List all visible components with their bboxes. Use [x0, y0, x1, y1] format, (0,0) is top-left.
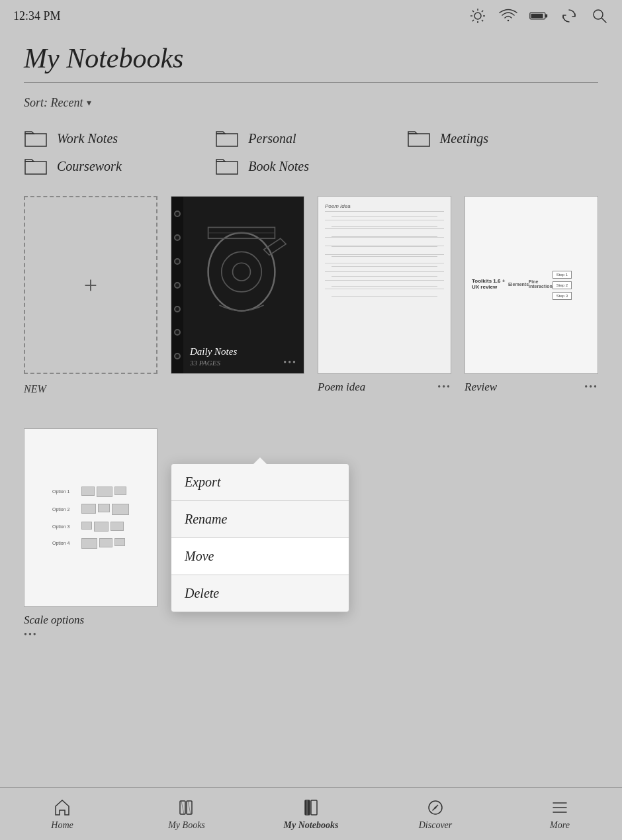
nav-my-notebooks-label: My Notebooks — [284, 820, 339, 831]
sort-bar[interactable]: Sort: Recent ▾ — [24, 96, 598, 110]
daily-notes-pages: 33 PAGES — [190, 359, 220, 367]
folder-coursework[interactable]: Coursework — [24, 156, 215, 176]
svg-point-27 — [435, 806, 437, 808]
daily-notes-card[interactable]: Daily Notes 33 PAGES ••• — [171, 196, 304, 395]
folders-grid: Work Notes Personal Meetings Coursework — [24, 128, 598, 176]
svg-line-8 — [472, 20, 474, 21]
notebooks-row-1: + NEW — [24, 196, 598, 395]
review-thumbnail: Toolkits 1.6 + UX review Elements Fine i… — [465, 196, 598, 374]
svg-rect-11 — [531, 14, 543, 19]
nav-more-label: More — [550, 820, 570, 831]
title-divider — [24, 82, 598, 83]
scale-options-thumbnail: Option 1 Option 2 — [24, 428, 157, 606]
context-menu-arrow — [253, 457, 267, 464]
sort-chevron-icon: ▾ — [87, 97, 91, 109]
nav-discover-label: Discover — [419, 820, 453, 831]
folder-name-personal: Personal — [248, 131, 296, 146]
folder-work-notes[interactable]: Work Notes — [24, 128, 215, 148]
nav-home[interactable]: Home — [0, 798, 124, 831]
folder-icon — [215, 156, 239, 176]
daily-notes-thumbnail: Daily Notes 33 PAGES ••• — [171, 196, 304, 374]
folder-icon — [407, 128, 431, 148]
brightness-icon — [468, 7, 487, 25]
nav-my-books[interactable]: My Books — [124, 798, 249, 831]
poem-idea-thumbnail: Poem Idea — [318, 196, 451, 374]
home-icon — [52, 798, 72, 817]
search-icon[interactable] — [590, 7, 609, 25]
review-title: Review — [465, 381, 497, 394]
nav-home-label: Home — [51, 820, 73, 831]
svg-line-7 — [482, 11, 483, 12]
folder-icon — [215, 128, 239, 148]
folder-icon — [24, 128, 48, 148]
folder-name-coursework: Coursework — [57, 159, 122, 174]
context-menu-export[interactable]: Export — [171, 464, 349, 501]
sync-icon — [560, 7, 578, 25]
status-icons — [468, 7, 609, 25]
svg-line-22 — [188, 801, 191, 814]
folder-name-work-notes: Work Notes — [57, 131, 118, 146]
context-menu-move[interactable]: Move — [171, 538, 349, 575]
wifi-icon — [499, 7, 517, 25]
svg-rect-10 — [545, 15, 547, 18]
daily-notes-dots-menu[interactable]: ••• — [283, 357, 297, 368]
page-title: My Notebooks — [24, 32, 598, 82]
svg-point-12 — [594, 10, 603, 19]
svg-line-6 — [482, 20, 483, 21]
svg-line-13 — [602, 19, 607, 23]
context-menu: Export Rename Move Delete — [171, 463, 349, 612]
svg-line-21 — [181, 801, 184, 814]
new-notebook-label: NEW — [24, 383, 157, 395]
folder-name-meetings: Meetings — [440, 131, 488, 146]
review-card[interactable]: Toolkits 1.6 + UX review Elements Fine i… — [465, 196, 598, 395]
new-notebook-thumbnail: + — [24, 196, 157, 374]
nav-more[interactable]: More — [498, 798, 622, 831]
folder-name-book-notes: Book Notes — [248, 159, 309, 174]
notebooks-grid-1: + NEW — [24, 196, 598, 395]
svg-point-16 — [233, 263, 251, 281]
folder-icon — [24, 156, 48, 176]
discover-icon — [425, 798, 445, 817]
context-menu-delete[interactable]: Delete — [171, 575, 349, 612]
nav-my-notebooks[interactable]: My Notebooks — [249, 798, 373, 831]
context-menu-rename[interactable]: Rename — [171, 501, 349, 538]
review-dots-menu[interactable]: ••• — [584, 382, 598, 393]
poem-idea-title: Poem idea — [318, 381, 365, 394]
nav-discover[interactable]: Discover — [373, 798, 498, 831]
svg-point-15 — [222, 252, 261, 291]
poem-idea-dots-menu[interactable]: ••• — [437, 382, 451, 393]
more-icon — [550, 798, 570, 817]
battery-icon — [529, 7, 548, 25]
my-notebooks-icon — [301, 798, 321, 817]
my-books-icon — [177, 798, 197, 817]
nav-my-books-label: My Books — [168, 820, 205, 831]
folder-book-notes[interactable]: Book Notes — [215, 156, 406, 176]
scale-options-card[interactable]: Option 1 Option 2 — [24, 428, 157, 639]
poem-idea-card[interactable]: Poem Idea Poem idea — [318, 196, 451, 395]
status-time: 12:34 PM — [13, 9, 61, 23]
bottom-nav: Home My Books My Notebooks — [0, 787, 622, 840]
svg-point-14 — [208, 233, 275, 311]
sort-label: Sort: Recent — [24, 96, 83, 110]
scale-options-title: Scale options — [24, 614, 157, 627]
daily-notes-title: Daily Notes — [190, 346, 297, 357]
folder-personal[interactable]: Personal — [215, 128, 406, 148]
new-notebook-card[interactable]: + NEW — [24, 196, 157, 395]
status-bar: 12:34 PM — [0, 0, 622, 32]
svg-point-0 — [474, 13, 481, 19]
folder-meetings[interactable]: Meetings — [407, 128, 598, 148]
scale-options-dots-menu[interactable]: ••• — [24, 630, 38, 640]
svg-line-5 — [472, 11, 474, 12]
svg-rect-24 — [311, 800, 317, 815]
plus-icon: + — [84, 271, 97, 299]
